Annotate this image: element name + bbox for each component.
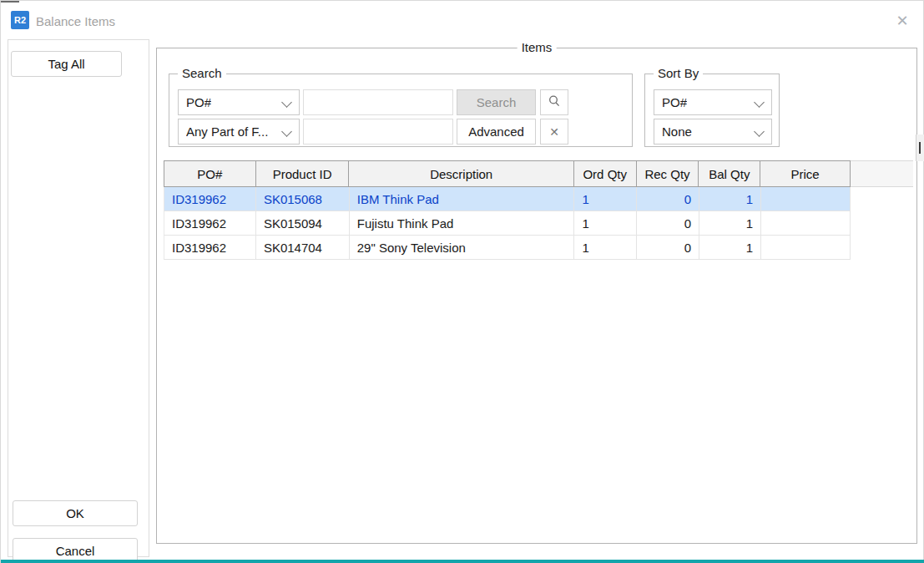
search-group-label: Search	[178, 66, 226, 80]
search-button[interactable]: Search	[457, 89, 536, 115]
balance-items-dialog: R2 Balance Items ✕ Tag All OK Cancel Ite…	[0, 0, 924, 563]
sortby-groupbox: Sort By PO# None	[644, 74, 780, 147]
search-keyword-input[interactable]	[303, 89, 453, 115]
cell-bal-qty: 1	[699, 187, 761, 210]
r2-logo: R2	[11, 11, 29, 29]
tag-all-button[interactable]: Tag All	[11, 51, 122, 77]
column-header-description[interactable]: Description	[349, 161, 573, 186]
items-table: PO# Product ID Description Ord Qty Rec Q…	[164, 160, 851, 260]
search-secondary-input[interactable]	[303, 119, 453, 145]
search-field-value: PO#	[186, 95, 211, 109]
cell-rec-qty: 0	[637, 187, 699, 210]
cell-po: ID319962	[164, 187, 256, 210]
ok-button[interactable]: OK	[13, 500, 138, 526]
clear-icon: ✕	[549, 125, 559, 139]
background-window-edge	[1, 560, 924, 563]
chevron-down-icon	[754, 126, 765, 137]
column-header-rec-qty[interactable]: Rec Qty	[637, 161, 699, 186]
background-scrollbar-fragment	[916, 134, 924, 161]
cell-price	[761, 211, 851, 235]
sort-primary-value: PO#	[662, 95, 687, 109]
cell-price	[761, 187, 851, 210]
close-icon: ✕	[896, 13, 908, 28]
left-panel	[8, 39, 149, 557]
cell-description: IBM Think Pad	[350, 187, 575, 210]
sort-secondary-dropdown[interactable]: None	[654, 119, 772, 145]
cell-po: ID319962	[164, 211, 256, 235]
close-button[interactable]: ✕	[891, 9, 914, 33]
table-row[interactable]: ID319962 SK015094 Fujistu Think Pad 1 0 …	[164, 211, 851, 236]
search-icon	[548, 94, 561, 110]
items-groupbox: Items Search PO# Search Any Part of F...	[156, 48, 917, 544]
search-field-dropdown[interactable]: PO#	[178, 89, 300, 115]
table-row[interactable]: ID319962 SK015068 IBM Think Pad 1 0 1	[164, 187, 851, 211]
cell-product-id: SK014704	[256, 236, 350, 259]
chevron-down-icon	[754, 97, 765, 108]
cell-bal-qty: 1	[699, 236, 761, 259]
cell-po: ID319962	[164, 236, 256, 259]
column-header-ord-qty[interactable]: Ord Qty	[574, 161, 637, 186]
column-header-product-id[interactable]: Product ID	[256, 161, 350, 186]
sortby-group-label: Sort By	[654, 66, 703, 80]
match-type-value: Any Part of F...	[186, 124, 268, 139]
chevron-down-icon	[281, 97, 292, 108]
advanced-button[interactable]: Advanced	[457, 119, 536, 145]
cell-ord-qty: 1	[574, 236, 637, 259]
table-header-filler	[851, 160, 913, 187]
cell-ord-qty: 1	[574, 211, 637, 235]
table-row[interactable]: ID319962 SK014704 29" Sony Television 1 …	[164, 236, 851, 260]
sort-primary-dropdown[interactable]: PO#	[654, 89, 772, 115]
column-header-bal-qty[interactable]: Bal Qty	[699, 161, 760, 186]
column-header-po[interactable]: PO#	[164, 161, 256, 186]
cell-product-id: SK015094	[256, 211, 350, 235]
search-groupbox: Search PO# Search Any Part of F...	[169, 74, 633, 147]
clear-search-button[interactable]: ✕	[540, 119, 568, 145]
items-group-label: Items	[518, 40, 557, 54]
chevron-down-icon	[281, 126, 292, 137]
cell-description: 29" Sony Television	[350, 236, 575, 259]
cell-rec-qty: 0	[637, 236, 699, 259]
column-header-price[interactable]: Price	[760, 161, 850, 186]
cell-price	[761, 236, 851, 259]
search-icon-button[interactable]	[540, 89, 568, 115]
table-header-row: PO# Product ID Description Ord Qty Rec Q…	[164, 160, 851, 187]
cell-description: Fujistu Think Pad	[350, 211, 575, 235]
match-type-dropdown[interactable]: Any Part of F...	[178, 119, 300, 145]
sort-secondary-value: None	[662, 124, 692, 139]
cell-rec-qty: 0	[637, 211, 699, 235]
window-title: Balance Items	[36, 13, 115, 31]
background-artifact	[1, 1, 19, 3]
cell-bal-qty: 1	[699, 211, 761, 235]
cell-ord-qty: 1	[574, 187, 637, 210]
cell-product-id: SK015068	[256, 187, 350, 210]
